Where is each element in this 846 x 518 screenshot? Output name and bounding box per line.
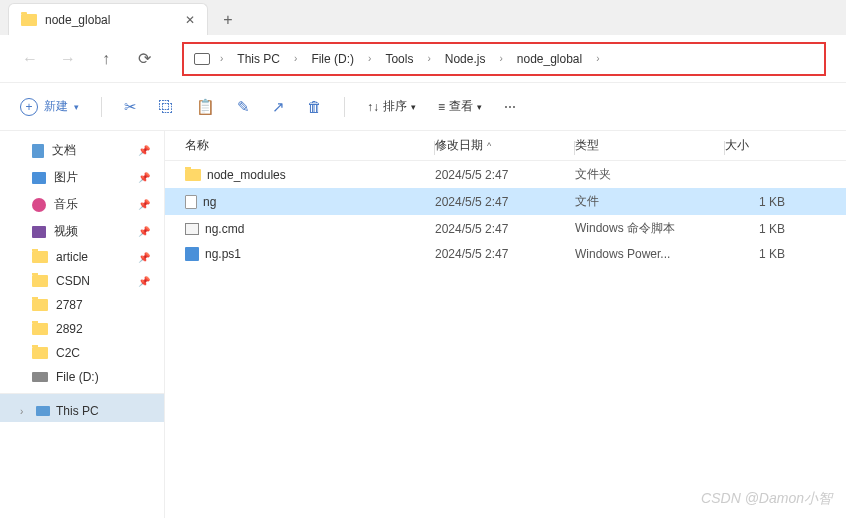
sidebar-item-label: article: [56, 250, 88, 264]
more-button[interactable]: ⋯: [504, 100, 516, 114]
sidebar-item-label: 文档: [52, 142, 76, 159]
new-label: 新建: [44, 98, 68, 115]
sidebar-item-label: 音乐: [54, 196, 78, 213]
sidebar-item[interactable]: 视频📌: [0, 218, 164, 245]
file-row[interactable]: node_modules2024/5/5 2:47文件夹: [165, 161, 846, 188]
cmd-icon: [185, 223, 199, 235]
pin-icon: 📌: [138, 252, 150, 263]
file-type: 文件夹: [575, 166, 725, 183]
sidebar-item[interactable]: File (D:): [0, 365, 164, 389]
file-type: Windows Power...: [575, 247, 725, 261]
file-name: node_modules: [207, 168, 286, 182]
header-date[interactable]: 修改日期^: [435, 137, 575, 154]
header-name[interactable]: 名称: [185, 137, 435, 154]
chevron-down-icon: ▾: [477, 102, 482, 112]
separator: [344, 97, 345, 117]
view-label: 查看: [449, 98, 473, 115]
sidebar-item[interactable]: C2C: [0, 341, 164, 365]
file-row[interactable]: ng.cmd2024/5/5 2:47Windows 命令脚本1 KB: [165, 215, 846, 242]
chevron-right-icon: ›: [495, 53, 506, 64]
rename-icon[interactable]: ✎: [237, 98, 250, 116]
pin-icon: 📌: [138, 172, 150, 183]
close-icon[interactable]: ✕: [185, 13, 195, 27]
copy-icon[interactable]: ⿻: [159, 98, 174, 115]
breadcrumb[interactable]: › This PC › File (D:) › Tools › Node.js …: [182, 42, 826, 76]
sidebar-item-label: This PC: [56, 404, 99, 418]
folder-icon: [32, 347, 48, 359]
file-name: ng.cmd: [205, 222, 244, 236]
active-tab[interactable]: node_global ✕: [8, 3, 208, 35]
sidebar-item[interactable]: 2892: [0, 317, 164, 341]
share-icon[interactable]: ↗: [272, 98, 285, 116]
img-icon: [32, 172, 46, 184]
breadcrumb-item[interactable]: This PC: [233, 50, 284, 68]
folder-icon: [21, 14, 37, 26]
tab-bar: node_global ✕ +: [0, 0, 846, 35]
delete-icon[interactable]: 🗑: [307, 98, 322, 115]
sidebar-item[interactable]: CSDN📌: [0, 269, 164, 293]
sidebar-item[interactable]: 文档📌: [0, 137, 164, 164]
folder-icon: [32, 275, 48, 287]
file-size: 1 KB: [725, 222, 805, 236]
file-date: 2024/5/5 2:47: [435, 195, 575, 209]
header-type[interactable]: 类型: [575, 137, 725, 154]
chevron-down-icon: ▾: [74, 102, 79, 112]
content-area: 文档📌图片📌音乐📌视频📌article📌CSDN📌27872892C2CFile…: [0, 131, 846, 518]
drive-icon: [32, 372, 48, 382]
separator: [101, 97, 102, 117]
breadcrumb-item[interactable]: Tools: [381, 50, 417, 68]
file-name: ng: [203, 195, 216, 209]
sidebar-item-label: 视频: [54, 223, 78, 240]
sidebar-item-label: 2892: [56, 322, 83, 336]
file-name: ng.ps1: [205, 247, 241, 261]
forward-button[interactable]: →: [58, 50, 78, 68]
sidebar-item[interactable]: 2787: [0, 293, 164, 317]
chevron-right-icon: ›: [290, 53, 301, 64]
sidebar: 文档📌图片📌音乐📌视频📌article📌CSDN📌27872892C2CFile…: [0, 131, 165, 518]
file-size: 1 KB: [725, 195, 805, 209]
file-type: 文件: [575, 193, 725, 210]
cut-icon[interactable]: ✂: [124, 98, 137, 116]
folder-icon: [185, 169, 201, 181]
sidebar-item[interactable]: 音乐📌: [0, 191, 164, 218]
file-row[interactable]: ng2024/5/5 2:47文件1 KB: [165, 188, 846, 215]
sort-label: 排序: [383, 98, 407, 115]
view-button[interactable]: ≡ 查看 ▾: [438, 98, 482, 115]
chevron-down-icon: ▾: [411, 102, 416, 112]
back-button[interactable]: ←: [20, 50, 40, 68]
sidebar-item[interactable]: article📌: [0, 245, 164, 269]
sort-button[interactable]: ↑↓ 排序 ▾: [367, 98, 416, 115]
breadcrumb-item[interactable]: File (D:): [307, 50, 358, 68]
sidebar-item-label: 图片: [54, 169, 78, 186]
refresh-button[interactable]: ⟳: [134, 49, 154, 68]
plus-icon: +: [20, 98, 38, 116]
monitor-icon: [194, 53, 210, 65]
breadcrumb-item[interactable]: Node.js: [441, 50, 490, 68]
file-size: 1 KB: [725, 247, 805, 261]
vid-icon: [32, 226, 46, 238]
sidebar-item-label: File (D:): [56, 370, 99, 384]
paste-icon[interactable]: 📋: [196, 98, 215, 116]
folder-icon: [32, 323, 48, 335]
file-date: 2024/5/5 2:47: [435, 168, 575, 182]
file-date: 2024/5/5 2:47: [435, 222, 575, 236]
header-size[interactable]: 大小: [725, 137, 805, 154]
chevron-right-icon: ›: [364, 53, 375, 64]
new-tab-button[interactable]: +: [208, 5, 248, 35]
pin-icon: 📌: [138, 226, 150, 237]
sidebar-item-label: 2787: [56, 298, 83, 312]
breadcrumb-item[interactable]: node_global: [513, 50, 586, 68]
music-icon: [32, 198, 46, 212]
pc-icon: [36, 406, 50, 416]
nav-bar: ← → ↑ ⟳ › This PC › File (D:) › Tools › …: [0, 35, 846, 83]
chevron-right-icon: ›: [423, 53, 434, 64]
sidebar-this-pc[interactable]: ›This PC: [0, 393, 164, 422]
file-date: 2024/5/5 2:47: [435, 247, 575, 261]
chevron-right-icon: ›: [20, 406, 30, 417]
new-button[interactable]: + 新建 ▾: [20, 98, 79, 116]
sidebar-item[interactable]: 图片📌: [0, 164, 164, 191]
file-list: 名称 修改日期^ 类型 大小 node_modules2024/5/5 2:47…: [165, 131, 846, 518]
up-button[interactable]: ↑: [96, 50, 116, 68]
file-row[interactable]: ng.ps12024/5/5 2:47Windows Power...1 KB: [165, 242, 846, 266]
sort-asc-icon: ^: [487, 141, 491, 151]
